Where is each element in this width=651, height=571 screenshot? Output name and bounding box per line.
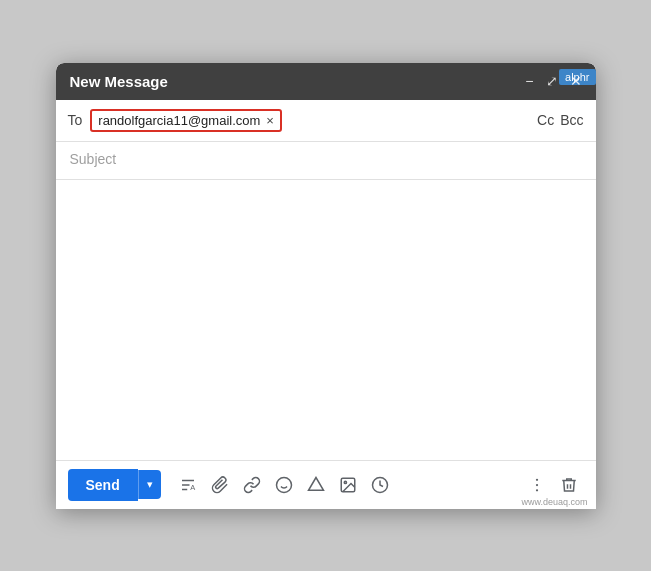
cc-link[interactable]: Cc xyxy=(537,112,554,128)
link-icon[interactable] xyxy=(237,472,267,498)
schedule-icon[interactable] xyxy=(365,472,395,498)
bcc-link[interactable]: Bcc xyxy=(560,112,583,128)
toolbar-right xyxy=(522,472,584,498)
send-button-group: Send ▾ xyxy=(68,469,161,501)
svg-text:A: A xyxy=(190,483,195,492)
svg-point-7 xyxy=(535,478,537,480)
formatting-icon[interactable]: A xyxy=(173,472,203,498)
svg-point-8 xyxy=(535,483,537,485)
svg-point-1 xyxy=(276,477,291,492)
delete-icon[interactable] xyxy=(554,472,584,498)
to-label: To xyxy=(68,112,83,128)
photo-icon[interactable] xyxy=(333,472,363,498)
compose-title: New Message xyxy=(70,73,168,90)
subject-placeholder: Subject xyxy=(70,151,117,167)
watermark: www.deuaq.com xyxy=(521,497,587,507)
compose-toolbar: Send ▾ A xyxy=(56,460,596,509)
recipient-chip: randolfgarcia11@gmail.com × xyxy=(90,109,282,132)
compose-window: alphr New Message − ⤢ ✕ To randolfgarcia… xyxy=(56,63,596,509)
header-actions: − ⤢ ✕ xyxy=(525,74,581,88)
svg-point-5 xyxy=(344,481,346,483)
expand-button[interactable]: ⤢ xyxy=(546,74,558,88)
chip-remove-button[interactable]: × xyxy=(266,114,274,127)
attach-icon[interactable] xyxy=(205,472,235,498)
recipient-email: randolfgarcia11@gmail.com xyxy=(98,113,260,128)
send-button[interactable]: Send xyxy=(68,469,138,501)
send-dropdown-button[interactable]: ▾ xyxy=(138,470,161,499)
cc-bcc-area: Cc Bcc xyxy=(537,112,583,128)
svg-point-9 xyxy=(535,489,537,491)
subject-row[interactable]: Subject xyxy=(56,142,596,180)
compose-header: New Message − ⤢ ✕ xyxy=(56,63,596,100)
drive-icon[interactable] xyxy=(301,472,331,498)
close-button[interactable]: ✕ xyxy=(570,74,582,88)
minimize-button[interactable]: − xyxy=(525,74,533,88)
compose-body[interactable] xyxy=(56,180,596,460)
more-options-icon[interactable] xyxy=(522,472,552,498)
to-field-area[interactable]: randolfgarcia11@gmail.com × xyxy=(90,109,537,132)
emoji-icon[interactable] xyxy=(269,472,299,498)
to-row: To randolfgarcia11@gmail.com × Cc Bcc xyxy=(56,100,596,142)
